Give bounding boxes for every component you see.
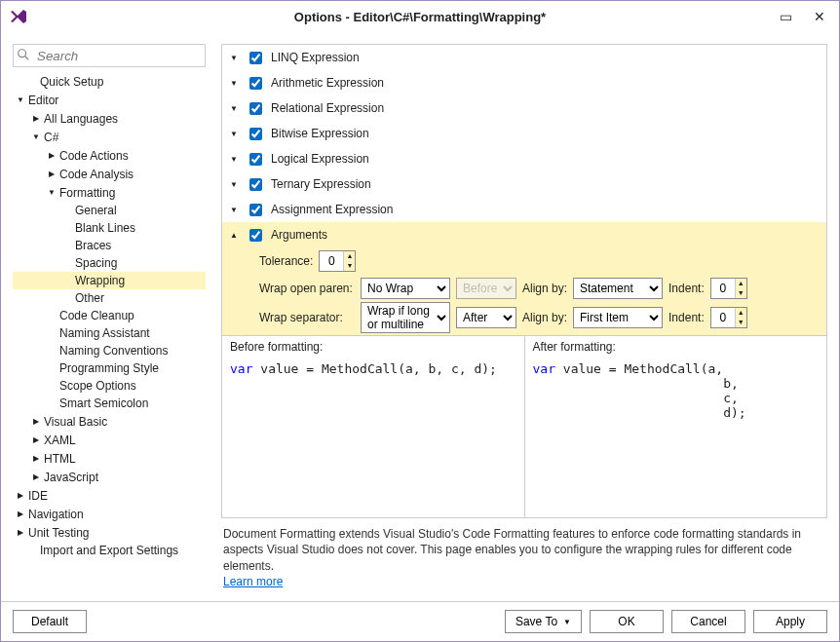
tree-import-export[interactable]: Import and Export Settings — [13, 542, 206, 559]
tree-smart-semicolon[interactable]: Smart Semicolon — [13, 395, 206, 412]
footer: Default Save To▼ OK Cancel Apply — [1, 601, 839, 641]
options-window: Options - Editor\C#\Formatting\Wrapping*… — [0, 0, 840, 642]
tree-ide[interactable]: IDE — [13, 486, 206, 505]
opt-bitwise[interactable]: ▼Bitwise Expression — [222, 121, 826, 146]
cancel-button[interactable]: Cancel — [671, 610, 745, 633]
tree-csharp[interactable]: C# — [13, 128, 206, 146]
chevron-down-icon: ▼ — [563, 618, 571, 626]
window-title: Options - Editor\C#\Formatting\Wrapping* — [294, 10, 546, 24]
svg-point-0 — [19, 50, 26, 57]
down-arrow-icon[interactable]: ▼ — [736, 318, 746, 327]
opt-relational[interactable]: ▼Relational Expression — [222, 95, 826, 121]
opt-relational-check[interactable] — [249, 102, 262, 115]
tree-javascript[interactable]: JavaScript — [13, 468, 206, 486]
tree-braces[interactable]: Braces — [13, 237, 206, 254]
learn-more-link[interactable]: Learn more — [223, 575, 283, 588]
opt-linq[interactable]: ▼LINQ Expression — [222, 45, 826, 70]
opt-linq-check[interactable] — [249, 52, 262, 64]
preview-before: Before formatting: var value = MethodCal… — [222, 336, 525, 517]
opt-bitwise-check[interactable] — [249, 128, 262, 140]
opt-logical-check[interactable] — [249, 153, 262, 166]
wrap-open-paren-row: Wrap open paren: No Wrap Before Align by… — [222, 275, 826, 302]
collapse-icon[interactable]: ▼ — [228, 54, 240, 62]
tree-naming-assistant[interactable]: Naming Assistant — [13, 324, 206, 342]
open-align-label: Align by: — [522, 282, 567, 295]
opt-assignment-check[interactable] — [249, 204, 262, 216]
tolerance-input[interactable] — [320, 251, 343, 271]
down-arrow-icon[interactable]: ▼ — [344, 261, 355, 271]
tree-spacing[interactable]: Spacing — [13, 254, 206, 272]
sep-indent-input[interactable] — [711, 308, 735, 327]
open-indent-input[interactable] — [711, 279, 735, 298]
up-arrow-icon[interactable]: ▲ — [736, 279, 746, 288]
tolerance-spinner[interactable]: ▲▼ — [319, 250, 356, 272]
tree-xaml[interactable]: XAML — [13, 431, 206, 449]
collapse-icon[interactable]: ▼ — [228, 79, 240, 88]
open-align-select[interactable]: Statement — [573, 278, 663, 299]
expand-icon[interactable]: ▲ — [228, 231, 240, 240]
tree-code-actions[interactable]: Code Actions — [13, 146, 206, 165]
search-box — [13, 44, 206, 67]
tree-quick-setup[interactable]: Quick Setup — [13, 73, 206, 91]
close-button[interactable]: ✕ — [814, 10, 825, 23]
tree-blank-lines[interactable]: Blank Lines — [13, 219, 206, 237]
preview-after-code: var value = MethodCall(a, b, c, d); — [525, 358, 827, 517]
default-button[interactable]: Default — [13, 610, 87, 633]
save-to-button[interactable]: Save To▼ — [505, 610, 582, 633]
opt-arguments-check[interactable] — [249, 229, 262, 242]
collapse-icon[interactable]: ▼ — [228, 155, 240, 164]
ok-button[interactable]: OK — [590, 610, 664, 633]
opt-arguments[interactable]: ▲Arguments — [222, 222, 826, 247]
tree-programming-style[interactable]: Programming Style — [13, 359, 206, 377]
nav-tree: Quick Setup Editor All Languages C# Code… — [13, 73, 206, 589]
apply-button[interactable]: Apply — [753, 610, 827, 633]
tree-wrapping[interactable]: Wrapping — [13, 272, 206, 289]
collapse-icon[interactable]: ▼ — [228, 130, 240, 138]
tree-general[interactable]: General — [13, 202, 206, 219]
open-indent-spinner[interactable]: ▲▼ — [710, 278, 747, 299]
options-list[interactable]: ▼LINQ Expression ▼Arithmetic Expression … — [221, 44, 827, 336]
sep-indent-label: Indent: — [668, 311, 705, 324]
tree-other[interactable]: Other — [13, 289, 206, 307]
opt-arithmetic[interactable]: ▼Arithmetic Expression — [222, 70, 826, 95]
sep-align-label: Align by: — [522, 311, 567, 324]
collapse-icon[interactable]: ▼ — [228, 180, 240, 189]
tree-scope-options[interactable]: Scope Options — [13, 377, 206, 395]
preview-before-label: Before formatting: — [222, 336, 524, 358]
tree-code-cleanup[interactable]: Code Cleanup — [13, 307, 206, 324]
open-indent-label: Indent: — [668, 282, 705, 295]
search-input[interactable] — [13, 44, 206, 67]
maximize-button[interactable]: ▭ — [780, 10, 792, 23]
sep-indent-spinner[interactable]: ▲▼ — [710, 307, 747, 328]
opt-arithmetic-check[interactable] — [249, 77, 262, 90]
tree-visual-basic[interactable]: Visual Basic — [13, 412, 206, 431]
opt-assignment[interactable]: ▼Assignment Expression — [222, 197, 826, 222]
wrap-open-paren-pos-select: Before — [456, 278, 516, 299]
preview-before-code: var value = MethodCall(a, b, c, d); — [222, 358, 524, 517]
collapse-icon[interactable]: ▼ — [228, 206, 240, 214]
up-arrow-icon[interactable]: ▲ — [736, 308, 746, 318]
tree-code-analysis[interactable]: Code Analysis — [13, 165, 206, 183]
tree-naming-conventions[interactable]: Naming Conventions — [13, 342, 206, 359]
wrap-separator-row: Wrap separator: Wrap if long or multilin… — [222, 302, 826, 336]
tree-editor[interactable]: Editor — [13, 91, 206, 109]
tree-formatting[interactable]: Formatting — [13, 183, 206, 202]
down-arrow-icon[interactable]: ▼ — [736, 288, 746, 298]
wrap-sep-pos-select[interactable]: After — [456, 307, 516, 328]
right-pane: ▼LINQ Expression ▼Arithmetic Expression … — [221, 44, 827, 589]
tree-navigation[interactable]: Navigation — [13, 505, 206, 523]
wrap-open-paren-label: Wrap open paren: — [259, 282, 355, 295]
wrap-sep-select[interactable]: Wrap if long or multiline — [361, 302, 450, 333]
tree-unit-testing[interactable]: Unit Testing — [13, 523, 206, 542]
tree-all-languages[interactable]: All Languages — [13, 109, 206, 128]
collapse-icon[interactable]: ▼ — [228, 104, 240, 113]
sep-align-select[interactable]: First Item — [573, 307, 663, 328]
opt-ternary[interactable]: ▼Ternary Expression — [222, 171, 826, 197]
opt-ternary-check[interactable] — [249, 178, 262, 191]
wrap-sep-label: Wrap separator: — [259, 311, 355, 324]
up-arrow-icon[interactable]: ▲ — [344, 251, 355, 261]
opt-logical[interactable]: ▼Logical Expression — [222, 146, 826, 171]
tree-html[interactable]: HTML — [13, 449, 206, 468]
preview-after: After formatting: var value = MethodCall… — [525, 336, 827, 517]
wrap-open-paren-select[interactable]: No Wrap — [361, 278, 450, 299]
